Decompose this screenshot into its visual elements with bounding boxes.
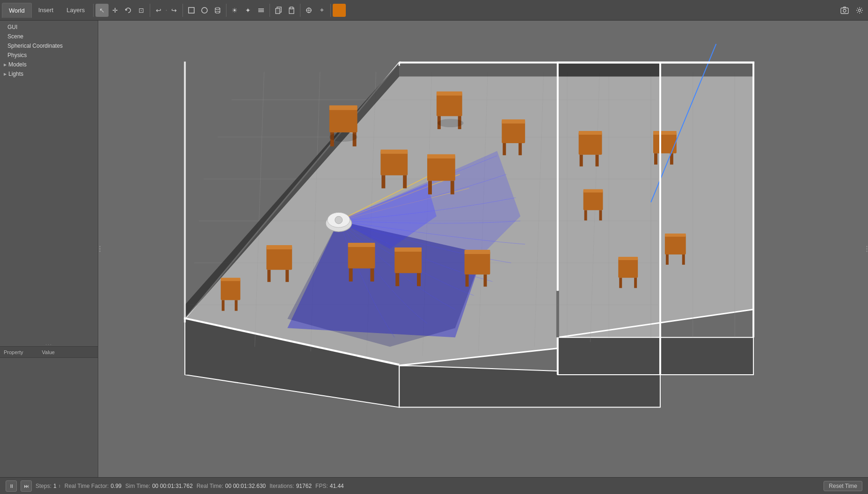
pause-icon: ⏸ <box>9 483 14 489</box>
reset-time-btn[interactable]: Reset Time <box>824 481 862 491</box>
panel-resize-handle[interactable]: ··· <box>0 342 98 346</box>
svg-rect-82 <box>370 269 374 282</box>
svg-rect-92 <box>579 132 602 155</box>
svg-rect-89 <box>466 275 469 287</box>
redo-btn[interactable]: ↪ <box>168 4 181 17</box>
svg-point-17 <box>843 9 846 12</box>
toolbar-right <box>838 4 866 17</box>
divider-3 <box>182 4 183 17</box>
svg-marker-45 <box>558 63 753 77</box>
fps-label: FPS: <box>315 483 328 489</box>
tree-item-physics[interactable]: Physics <box>0 51 98 60</box>
copy-btn[interactable] <box>272 4 285 17</box>
svg-rect-60 <box>437 93 462 116</box>
svg-rect-84 <box>394 249 422 273</box>
svg-rect-114 <box>235 300 238 311</box>
3d-viewport[interactable] <box>98 21 868 477</box>
tree-item-spherical-coords[interactable]: Spherical Coordinates <box>0 41 98 51</box>
tab-layers[interactable]: Layers <box>60 3 91 18</box>
svg-rect-73 <box>428 181 432 195</box>
svg-rect-111 <box>665 233 686 237</box>
svg-rect-97 <box>654 153 657 165</box>
cylinder-btn[interactable] <box>211 4 224 17</box>
tree-item-gui[interactable]: GUI <box>0 22 98 32</box>
svg-rect-108 <box>665 235 686 254</box>
svg-rect-105 <box>619 278 622 288</box>
settings-btn[interactable] <box>853 4 866 17</box>
divider-6 <box>300 4 300 17</box>
align-btn[interactable]: ⌖ <box>315 4 328 17</box>
svg-rect-12 <box>290 7 293 9</box>
real-time-item: Real Time: 00 00:01:32.630 <box>197 483 266 489</box>
property-header: Property Value <box>0 347 98 358</box>
color-selector-btn[interactable] <box>333 4 346 17</box>
step-btn[interactable]: ⏭ <box>21 480 32 492</box>
tree-item-models-label: Models <box>8 61 27 68</box>
property-panel: Property Value <box>0 346 98 477</box>
point-light-btn[interactable]: ✦ <box>241 4 255 17</box>
select-tool-btn[interactable]: ↖ <box>95 4 109 17</box>
pause-btn[interactable]: ⏸ <box>6 480 17 492</box>
svg-rect-101 <box>584 210 587 220</box>
line-btn[interactable] <box>255 4 268 17</box>
svg-rect-69 <box>381 175 385 189</box>
snap-btn[interactable] <box>302 4 315 17</box>
scene-svg <box>98 21 868 477</box>
svg-rect-99 <box>653 131 677 135</box>
tree-item-scene[interactable]: Scene <box>0 32 98 41</box>
svg-rect-94 <box>596 155 599 167</box>
box-btn[interactable] <box>185 4 198 17</box>
svg-rect-59 <box>329 105 357 110</box>
svg-rect-81 <box>349 269 353 282</box>
svg-rect-123 <box>399 62 401 64</box>
tree-item-lights[interactable]: ▶ Lights <box>0 69 98 79</box>
svg-rect-72 <box>427 156 455 181</box>
svg-rect-74 <box>451 181 454 195</box>
tab-world[interactable]: World <box>2 3 32 18</box>
real-time-value: 00 00:01:32.630 <box>225 483 266 489</box>
svg-rect-107 <box>618 257 638 260</box>
svg-rect-75 <box>427 154 455 159</box>
lights-arrow-icon: ▶ <box>4 72 7 76</box>
property-col-label: Property <box>4 349 23 355</box>
tab-insert[interactable]: Insert <box>32 3 60 18</box>
tree-item-models[interactable]: ▶ Models <box>0 60 98 69</box>
svg-rect-79 <box>266 245 292 249</box>
svg-rect-77 <box>267 270 270 282</box>
steps-arrow[interactable]: ↕ <box>58 483 61 488</box>
svg-rect-113 <box>222 300 225 311</box>
fps-item: FPS: 41.44 <box>315 483 344 489</box>
svg-rect-88 <box>465 251 490 275</box>
scale-tool-btn[interactable]: ⊡ <box>135 4 148 17</box>
iterations-value: 91762 <box>296 483 312 489</box>
svg-rect-70 <box>403 175 407 189</box>
svg-point-55 <box>335 216 343 224</box>
steps-item: Steps: 1 ↕ <box>36 483 61 489</box>
svg-rect-67 <box>502 119 525 124</box>
paste-btn[interactable] <box>285 4 298 17</box>
svg-rect-80 <box>348 244 375 269</box>
sun-btn[interactable]: ☀ <box>228 4 241 17</box>
svg-rect-10 <box>276 8 280 14</box>
svg-rect-90 <box>483 275 487 287</box>
undo-btn[interactable]: ↩ <box>152 4 165 17</box>
screenshot-btn[interactable] <box>838 4 851 17</box>
rotate-tool-btn[interactable] <box>122 4 135 17</box>
svg-rect-102 <box>599 210 602 220</box>
scene-tree: GUI Scene Spherical Coordinates Physics … <box>0 21 98 342</box>
sim-time-item: Sim Time: 00 00:01:31.762 <box>125 483 193 489</box>
svg-rect-76 <box>266 247 292 270</box>
svg-rect-100 <box>584 191 603 211</box>
sphere-btn[interactable] <box>198 4 211 17</box>
translate-tool-btn[interactable]: ✛ <box>109 4 122 17</box>
iterations-item: Iterations: 91762 <box>270 483 312 489</box>
svg-rect-85 <box>395 273 399 286</box>
svg-point-5 <box>215 11 220 13</box>
scene-canvas <box>98 21 868 477</box>
divider-5 <box>270 4 270 17</box>
svg-rect-71 <box>380 150 408 154</box>
svg-rect-103 <box>584 189 603 193</box>
svg-rect-0 <box>189 7 194 13</box>
svg-rect-118 <box>556 291 559 338</box>
svg-rect-112 <box>221 279 241 300</box>
